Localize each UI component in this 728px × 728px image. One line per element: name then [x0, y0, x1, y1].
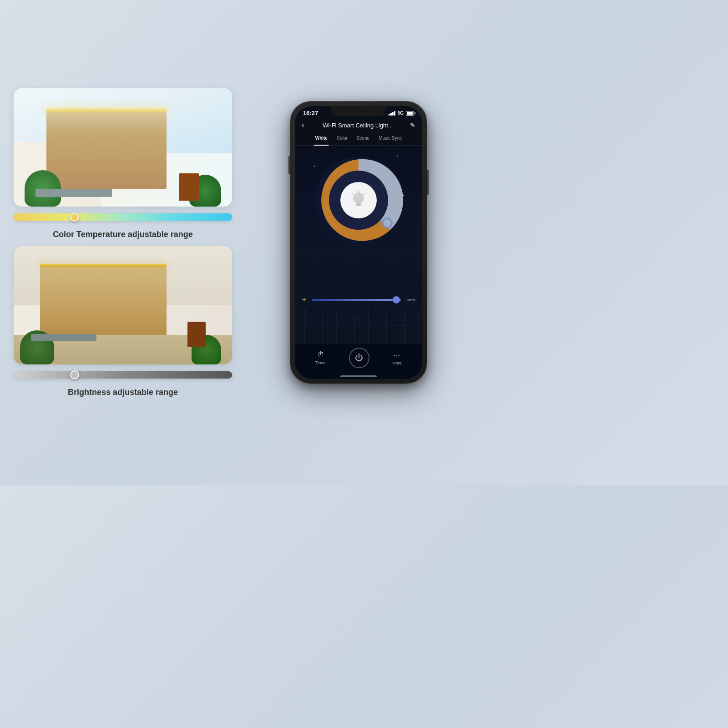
tab-color[interactable]: Color [332, 134, 352, 142]
light-dial[interactable] [311, 152, 406, 248]
svg-rect-13 [354, 314, 355, 344]
brightness-thumb[interactable] [70, 370, 79, 379]
tab-white[interactable]: White [311, 134, 332, 142]
home-bar [340, 375, 377, 377]
app-header: ‹ Wi-Fi Smart Ceiling Light . ✎ [295, 118, 422, 132]
more-button[interactable]: ⋯ More [392, 351, 402, 365]
svg-rect-15 [386, 311, 387, 344]
svg-rect-11 [322, 312, 323, 344]
bench-top [35, 189, 112, 197]
phone-screen: 16:27 5G [295, 106, 422, 379]
svg-rect-16 [404, 309, 405, 344]
app-brightness-slider[interactable] [312, 299, 401, 301]
chair-bottom [187, 322, 206, 347]
svg-point-3 [353, 192, 364, 203]
sun-icon: ☀ [302, 297, 307, 303]
app-tabs: White Color Scene Music Sync [295, 132, 422, 146]
home-indicator [295, 374, 422, 379]
chair-top [179, 173, 199, 201]
power-button[interactable]: ⏻ [349, 348, 369, 368]
power-icon: ⏻ [355, 353, 363, 363]
color-temp-section [14, 213, 232, 221]
edit-icon[interactable]: ✎ [410, 121, 415, 129]
signal-bar-4 [394, 111, 395, 116]
main-container: Color Temperature adjustable range [0, 0, 485, 485]
more-icon: ⋯ [393, 351, 400, 359]
signal-bars [389, 111, 395, 116]
more-label: More [392, 361, 402, 365]
battery-fill [407, 112, 413, 115]
left-panel: Color Temperature adjustable range [14, 88, 232, 397]
room-image-top [14, 88, 232, 207]
color-temp-slider[interactable] [14, 213, 232, 221]
brightness-label: Brightness adjustable range [14, 388, 232, 397]
svg-rect-12 [336, 310, 337, 344]
tree-silhouette [295, 308, 422, 344]
timer-label: Timer [315, 360, 326, 365]
signal-bar-2 [390, 113, 392, 116]
tab-music-sync[interactable]: Music Sync [374, 134, 406, 142]
plant-left-top [25, 170, 61, 207]
svg-rect-4 [356, 203, 361, 206]
battery-icon [406, 111, 414, 116]
color-temp-label: Color Temperature adjustable range [14, 230, 232, 239]
brightness-section [14, 371, 232, 379]
svg-rect-17 [418, 313, 419, 344]
brightness-slider[interactable] [14, 371, 232, 379]
signal-bar-3 [392, 112, 394, 116]
svg-rect-14 [368, 308, 369, 344]
app-bottom-controls: ⏱ Timer ⏻ ⋯ More [295, 344, 422, 374]
room-image-bottom [14, 246, 232, 364]
tab-scene[interactable]: Scene [352, 134, 374, 142]
app-slider-section: ☀ 100% [302, 299, 415, 301]
dial-svg [311, 152, 406, 248]
status-icons: 5G [389, 111, 414, 116]
signal-bar-1 [389, 114, 390, 116]
svg-point-9 [384, 219, 391, 227]
svg-rect-10 [304, 308, 305, 344]
status-time: 16:27 [303, 110, 318, 116]
phone-notch [331, 106, 386, 116]
app-brightness-thumb[interactable] [393, 296, 400, 303]
app-content: ☀ 100% [295, 146, 422, 344]
timer-button[interactable]: ⏱ Timer [315, 351, 326, 365]
5g-label: 5G [398, 111, 404, 116]
wall-niche-top [46, 112, 167, 189]
app-title: Wi-Fi Smart Ceiling Light . [304, 122, 410, 129]
brightness-pct-label: 100% [406, 298, 415, 302]
phone-device: 16:27 5G [290, 101, 427, 384]
bench-bottom [31, 334, 96, 341]
color-temp-thumb[interactable] [70, 212, 79, 222]
right-panel: 16:27 5G [246, 101, 471, 384]
timer-icon: ⏱ [317, 351, 324, 359]
